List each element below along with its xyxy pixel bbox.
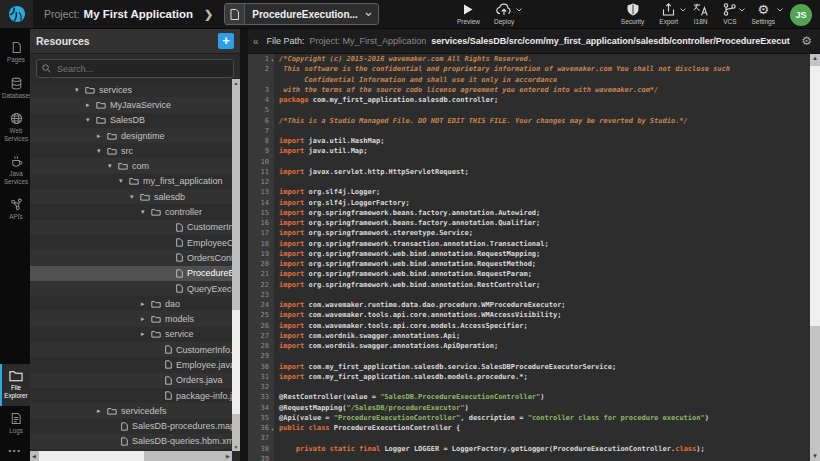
expand-arrow-icon[interactable]: ▸ (141, 330, 151, 338)
add-resource-button[interactable]: + (218, 33, 234, 49)
collapse-panel-button[interactable]: « (250, 36, 262, 47)
code-line[interactable]: 26 import com.wavemaker.tools.api.core.m… (248, 321, 810, 331)
i18n-button[interactable]: I18N (693, 3, 708, 25)
code-line[interactable]: 32 (248, 382, 810, 392)
tree-item-orders-java[interactable]: Orders.java (30, 373, 232, 388)
sidebar-item-pages[interactable]: Pages (0, 35, 30, 71)
expand-arrow-icon[interactable]: ▾ (75, 86, 85, 94)
code-line[interactable]: 8 import java.util.HashMap; (248, 136, 810, 146)
tree-item-salesdb-queries-hbm-xml[interactable]: SalesDB-queries.hbm.xml (30, 434, 232, 449)
code-line[interactable]: 25 import com.wavemaker.tools.api.core.a… (248, 310, 810, 320)
security-button[interactable]: Security (621, 3, 644, 25)
code-line[interactable]: 18 import org.springframework.transactio… (248, 239, 810, 249)
rail-more-button[interactable]: ••• (0, 442, 30, 461)
code-line[interactable]: 38 private static final Logger LOGGER = … (248, 444, 810, 454)
sidebar-item-java-services[interactable]: Java Services (0, 149, 30, 192)
tree-item-services[interactable]: ▾ services (30, 82, 232, 97)
search-input[interactable] (55, 63, 228, 75)
tree-item-employeecontroller-java[interactable]: EmployeeController.java (30, 235, 232, 250)
settings-button[interactable]: ⚙ Settings (752, 3, 776, 25)
scrollbar-thumb[interactable] (39, 451, 144, 461)
vcs-button[interactable]: VCS (723, 3, 736, 25)
export-button[interactable]: Export (659, 3, 678, 25)
sidebar-item-file-explorer[interactable]: File Explorer (0, 364, 30, 406)
code-line[interactable]: 5 (248, 105, 810, 115)
code-line[interactable]: 4 package com.my_first_application.sales… (248, 95, 810, 105)
tree-item-procedureexecutioncontroller-java[interactable]: ProcedureExecutionController.java (30, 266, 232, 281)
expand-arrow-icon[interactable]: ▾ (141, 208, 151, 216)
expand-arrow-icon[interactable]: ▸ (141, 315, 151, 323)
code-line[interactable]: 19 import org.springframework.web.bind.a… (248, 249, 810, 259)
code-line[interactable]: 36▾ public class ProcedureExecutionContr… (248, 423, 810, 433)
tree-horizontal-scrollbar[interactable]: ◀ ▶ (30, 451, 232, 461)
chevron-down-icon[interactable] (739, 8, 745, 12)
tree-item-orderscontroller-java[interactable]: OrdersController.java (30, 250, 232, 265)
editor-settings-gear-icon[interactable]: ⚙ (801, 35, 812, 47)
sidebar-item-web-services[interactable]: Web Services (0, 106, 30, 149)
tree-item-package-info-java[interactable]: package-info.java (30, 388, 232, 403)
code-line[interactable]: 23 (248, 290, 810, 300)
open-file-tab[interactable]: ProcedureExecution... (224, 3, 379, 25)
tree-item-src[interactable]: ▾ src (30, 143, 232, 158)
code-line[interactable]: 22 import org.springframework.web.bind.a… (248, 280, 810, 290)
code-line[interactable]: 27 import com.wordnik.swagger.annotation… (248, 331, 810, 341)
tree-item-service[interactable]: ▸ service (30, 327, 232, 342)
tree-item-models[interactable]: ▸ models (30, 311, 232, 326)
code-line[interactable]: 28 import com.wordnik.swagger.annotation… (248, 341, 810, 351)
chevron-down-icon[interactable] (365, 12, 378, 17)
tree-item-controller[interactable]: ▾ controller (30, 204, 232, 219)
tree-item-queryexecutioncontroller-java[interactable]: QueryExecutionController.java (30, 281, 232, 296)
code-line[interactable]: 29 (248, 351, 810, 361)
expand-arrow-icon[interactable]: ▾ (130, 193, 140, 201)
sidebar-item-databases[interactable]: Databases (0, 71, 30, 107)
sidebar-item-logs[interactable]: Logs (0, 406, 30, 442)
code-line[interactable]: 10 (248, 157, 810, 167)
user-avatar[interactable]: JS (790, 4, 812, 26)
expand-arrow-icon[interactable]: ▸ (86, 101, 96, 109)
code-line[interactable]: 35 @Api(value = "ProcedureExecutionContr… (248, 413, 810, 423)
code-line[interactable]: Confidential Information and shall use i… (248, 75, 810, 85)
tree-vertical-scrollbar[interactable]: ▲ ▼ (232, 79, 240, 451)
tree-item-salesdb-procedures-mappings-json[interactable]: SalesDB-procedures.mappings.json (30, 419, 232, 434)
chevron-down-icon[interactable] (516, 8, 522, 12)
code-line[interactable]: 2 This software is the confidential and … (248, 64, 810, 74)
tree-item-salesdb[interactable]: ▾ salesdb (30, 189, 232, 204)
expand-arrow-icon[interactable]: ▾ (86, 116, 96, 124)
code-line[interactable]: 12 (248, 177, 810, 187)
sidebar-item-apis[interactable]: APIs (0, 192, 30, 228)
wavemaker-logo[interactable] (0, 0, 33, 28)
code-line[interactable]: 34 @RequestMapping("/SalesDB/procedureEx… (248, 403, 810, 413)
tree-item-dao[interactable]: ▸ dao (30, 296, 232, 311)
expand-arrow-icon[interactable]: ▾ (97, 147, 107, 155)
expand-arrow-icon[interactable]: ▸ (97, 132, 107, 140)
tree-item-customerinfo-java[interactable]: CustomerInfo.java (30, 342, 232, 357)
tree-item-com[interactable]: ▾ com (30, 158, 232, 173)
tree-item-customerinfocontroller-java[interactable]: CustomerInfoController.java (30, 220, 232, 235)
tree-item-servicedefs[interactable]: ▸ servicedefs (30, 403, 232, 418)
preview-button[interactable]: Preview (457, 3, 480, 25)
scroll-left-icon[interactable]: ◀ (30, 451, 38, 461)
tree-item-myjavaservice[interactable]: ▸ MyJavaService (30, 97, 232, 112)
scroll-up-icon[interactable]: ▲ (810, 54, 820, 63)
expand-arrow-icon[interactable]: ▸ (141, 300, 151, 308)
code-line[interactable]: 6 /*This is a Studio Managed File. DO NO… (248, 116, 810, 126)
code-line[interactable]: 15 import org.springframework.beans.fact… (248, 208, 810, 218)
scrollbar-thumb[interactable] (232, 310, 240, 414)
tree-item-designtime[interactable]: ▸ designtime (30, 128, 232, 143)
code-area[interactable]: 1▾ /*Copyright (c) 2015-2016 wavemaker.c… (248, 54, 820, 461)
code-line[interactable]: 16 import org.springframework.beans.fact… (248, 218, 810, 228)
scroll-down-icon[interactable]: ▼ (232, 443, 240, 451)
tree-item-my-first-application[interactable]: ▾ my_first_application (30, 174, 232, 189)
scroll-up-icon[interactable]: ▲ (232, 79, 240, 87)
code-line[interactable]: 31 import com.my_first_application.sales… (248, 372, 810, 382)
code-line[interactable]: 39 (248, 454, 810, 461)
code-line[interactable]: 9 import java.util.Map; (248, 146, 810, 156)
code-line[interactable]: 24 import com.wavemaker.runtime.data.dao… (248, 300, 810, 310)
tree-item-salesdb[interactable]: ▾ SalesDB (30, 113, 232, 128)
code-line[interactable]: 21 import org.springframework.web.bind.a… (248, 269, 810, 279)
code-line[interactable]: 37 (248, 433, 810, 443)
scrollbar-thumb[interactable] (810, 66, 820, 326)
project-name[interactable]: My First Application (84, 8, 193, 20)
editor-vertical-scrollbar[interactable]: ▲ ▼ (810, 54, 820, 461)
code-line[interactable]: 20 import org.springframework.web.bind.a… (248, 259, 810, 269)
